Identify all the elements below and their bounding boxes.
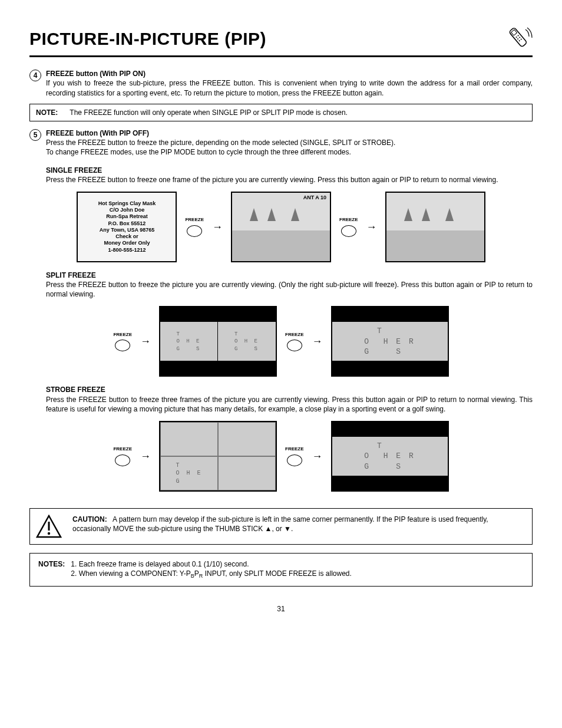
button-icon <box>115 454 130 466</box>
tv-landscape <box>385 192 485 262</box>
svg-point-10 <box>48 532 50 535</box>
svg-point-7 <box>520 38 522 40</box>
arrow-icon: → <box>140 334 151 348</box>
caution-text: A pattern burn may develop if the sub-pi… <box>72 515 488 533</box>
strobe-freeze-diagram: FREEZE → TO H EG FREEZE → TO H E RG S <box>29 421 533 492</box>
split-freeze-title: SPLIT FREEZE <box>46 271 533 280</box>
item4-text: If you wish to freeze the sub-picture, p… <box>46 78 533 97</box>
caution-label: CAUTION: <box>72 515 107 523</box>
note-text: The FREEZE function will only operate wh… <box>70 108 348 117</box>
tv-strobe: TO H EG <box>159 421 277 492</box>
note-box: NOTE: The FREEZE function will only oper… <box>29 104 533 121</box>
svg-rect-1 <box>511 29 517 35</box>
tv-full-scene: TO H E RG S <box>331 306 449 377</box>
notes-item-1: 1. Each freeze frame is delayed about 0.… <box>71 559 351 569</box>
freeze-button: FREEZE <box>285 446 304 466</box>
tv-full-scene: TO H E RG S <box>331 421 449 492</box>
item5-line1: Press the FREEZE button to freeze the pi… <box>46 138 533 147</box>
notes-label: NOTES: <box>38 559 65 580</box>
tv-split-small: TO H EG S TO H EG S <box>159 306 277 377</box>
item5-title: FREEZE button (With PIP OFF) <box>46 129 533 138</box>
arrow-icon: → <box>140 449 151 463</box>
arrow-icon: → <box>312 449 323 463</box>
split-freeze-diagram: FREEZE → TO H EG S TO H EG S FREEZE → TO… <box>29 306 533 377</box>
page-title: PICTURE-IN-PICTURE (PIP) <box>29 27 266 51</box>
freeze-button: FREEZE <box>339 217 358 237</box>
single-freeze-title: SINGLE FREEZE <box>46 166 533 175</box>
button-icon <box>341 225 356 237</box>
button-icon <box>287 340 302 351</box>
warning-icon <box>36 515 62 538</box>
item5-line2: To change FREEZE modes, use the PIP MODE… <box>46 147 533 157</box>
remote-icon <box>504 24 533 54</box>
button-icon <box>115 340 130 351</box>
note-label: NOTE: <box>36 108 58 117</box>
page-number: 31 <box>29 604 533 614</box>
arrow-icon: → <box>366 220 377 234</box>
svg-point-5 <box>519 37 521 38</box>
strobe-freeze-text: Press the FREEZE button to freeze three … <box>46 395 533 414</box>
item4-title: FREEZE button (With PIP ON) <box>46 69 533 78</box>
notes-item-2: 2. When viewing a COMPONENT: Y-PBPR INPU… <box>71 569 351 580</box>
svg-point-6 <box>518 40 520 42</box>
notes-box: NOTES: 1. Each freeze frame is delayed a… <box>29 553 533 587</box>
arrow-icon: → <box>212 220 223 234</box>
tv-mailorder: Hot Springs Clay Mask C/O John Doe Run-S… <box>77 192 177 262</box>
tv-landscape-pip: ANT A 10 Hot Springs Clay Mask C/O John … <box>231 192 331 262</box>
split-freeze-text: Press the FREEZE button to freeze the pi… <box>46 280 533 299</box>
step-number-4: 4 <box>29 70 41 81</box>
strobe-freeze-title: STROBE FREEZE <box>46 385 533 394</box>
svg-point-4 <box>517 38 519 40</box>
freeze-button: FREEZE <box>185 217 204 237</box>
freeze-button: FREEZE <box>113 446 132 466</box>
svg-point-2 <box>515 37 517 38</box>
freeze-button: FREEZE <box>113 332 132 352</box>
pip-thumbnail: Hot Springs Clay Mask C/O John Doe Run-S… <box>303 241 328 259</box>
single-freeze-diagram: Hot Springs Clay Mask C/O John Doe Run-S… <box>29 192 533 262</box>
step-number-5: 5 <box>29 129 41 141</box>
arrow-icon: → <box>312 334 323 348</box>
caution-box: CAUTION: A pattern burn may develop if t… <box>29 508 533 545</box>
button-icon <box>187 225 202 237</box>
single-freeze-text: Press the FREEZE button to freeze one fr… <box>46 175 533 185</box>
svg-rect-0 <box>509 27 527 47</box>
button-icon <box>287 454 302 466</box>
svg-point-3 <box>517 35 519 37</box>
freeze-button: FREEZE <box>285 332 304 352</box>
